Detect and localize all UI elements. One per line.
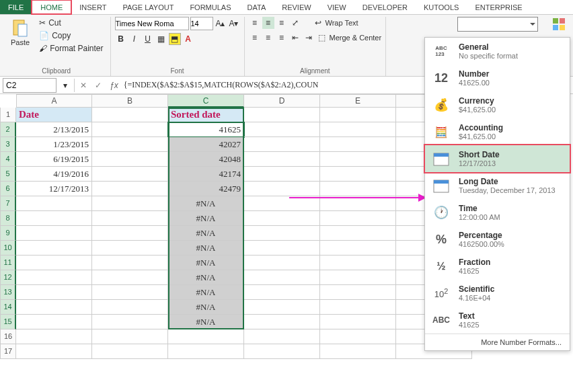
decrease-font-icon[interactable]: A▾ [228,17,240,30]
cell-A1[interactable]: Date [16,108,92,122]
cell-C13[interactable]: #N/A [168,285,244,300]
format-option-time[interactable]: 🕐Time12:00:00 AM [425,199,570,226]
cell-E11[interactable] [320,256,396,270]
format-option-percentage[interactable]: %Percentage4162500.00% [425,226,570,253]
cell-B10[interactable] [92,241,168,256]
row-header[interactable]: 12 [0,270,16,285]
row-header[interactable]: 1 [0,108,16,122]
align-top-icon[interactable]: ≡ [249,17,261,29]
format-option-short-date[interactable]: Short Date12/17/2013 [424,144,571,173]
col-header-A[interactable]: A [16,94,92,108]
tab-developer[interactable]: DEVELOPER [354,0,416,14]
format-option-accounting[interactable]: 🧮Accounting$41,625.00 [425,118,570,145]
row-header[interactable]: 17 [0,344,16,359]
cell-D10[interactable] [244,241,320,256]
row-header[interactable]: 6 [0,182,16,196]
cell-D8[interactable] [244,211,320,226]
cell-E2[interactable] [320,122,396,137]
format-option-general[interactable]: ABC123GeneralNo specific format [425,38,570,65]
col-header-B[interactable]: B [92,94,168,108]
border-button[interactable]: ▦ [155,33,167,45]
cell-C14[interactable]: #N/A [168,300,244,315]
font-family-select[interactable] [115,17,189,30]
cell-E10[interactable] [320,241,396,256]
name-box-dropdown-icon[interactable]: ▾ [59,79,71,91]
cell-E17[interactable] [320,344,396,359]
underline-button[interactable]: U [142,33,154,45]
cell-A2[interactable]: 2/13/2015 [16,122,92,137]
tab-review[interactable]: REVIEW [274,0,319,14]
cell-A14[interactable] [16,300,92,315]
cell-B14[interactable] [92,300,168,315]
orientation-icon[interactable]: ⤢ [289,17,301,29]
cell-C2[interactable]: 41625 [168,122,244,137]
row-header[interactable]: 4 [0,152,16,167]
cell-E4[interactable] [320,152,396,167]
col-header-C[interactable]: C [168,94,244,108]
cell-D7[interactable] [244,196,320,211]
row-header[interactable]: 3 [0,137,16,152]
cell-C8[interactable]: #N/A [168,211,244,226]
cell-A4[interactable]: 6/19/2015 [16,152,92,167]
format-option-text[interactable]: ABCText41625 [425,307,570,334]
cell-D15[interactable] [244,315,320,329]
cell-B3[interactable] [92,137,168,152]
cell-E8[interactable] [320,211,396,226]
align-center-icon[interactable]: ≡ [262,32,274,44]
row-header[interactable]: 8 [0,211,16,226]
align-bottom-icon[interactable]: ≡ [276,17,288,29]
cell-B7[interactable] [92,196,168,211]
fx-icon[interactable]: ƒx [107,81,121,90]
cell-A7[interactable] [16,196,92,211]
row-header[interactable]: 10 [0,241,16,256]
format-option-scientific[interactable]: 102Scientific4.16E+04 [425,280,570,307]
cell-B6[interactable] [92,182,168,196]
cell-E5[interactable] [320,167,396,182]
bold-button[interactable]: B [115,33,127,45]
cell-D9[interactable] [244,226,320,241]
align-middle-icon[interactable]: ≡ [262,17,274,29]
cell-D6[interactable] [244,182,320,196]
tab-enterprise[interactable]: ENTERPRISE [467,0,530,14]
format-option-fraction[interactable]: ½Fraction41625 [425,253,570,280]
row-header[interactable]: 2 [0,122,16,137]
wrap-text-button[interactable]: Wrap Text [326,19,358,27]
cell-C7[interactable]: #N/A [168,196,244,211]
cell-D14[interactable] [244,300,320,315]
italic-button[interactable]: I [128,33,141,45]
cell-E3[interactable] [320,137,396,152]
tab-home[interactable]: HOME [31,0,72,15]
cell-E14[interactable] [320,300,396,315]
row-header[interactable]: 15 [0,315,16,329]
cell-B1[interactable] [92,108,168,122]
row-header[interactable]: 14 [0,300,16,315]
cell-B12[interactable] [92,270,168,285]
cell-C16[interactable] [168,329,244,344]
cell-C4[interactable]: 42048 [168,152,244,167]
cell-A3[interactable]: 1/23/2015 [16,137,92,152]
cell-D1[interactable] [244,108,320,122]
cancel-icon[interactable]: ✕ [77,79,89,91]
tab-data[interactable]: DATA [239,0,274,14]
cell-B15[interactable] [92,315,168,329]
format-painter-button[interactable]: 🖌Format Painter [36,42,106,54]
cell-A9[interactable] [16,226,92,241]
cell-A13[interactable] [16,285,92,300]
cell-D13[interactable] [244,285,320,300]
number-format-combo[interactable] [457,17,538,32]
cell-C9[interactable]: #N/A [168,226,244,241]
merge-center-button[interactable]: Merge & Center [330,34,382,42]
cell-E15[interactable] [320,315,396,329]
cell-D3[interactable] [244,137,320,152]
cell-C1[interactable]: Sorted date [168,108,244,122]
indent-inc-icon[interactable]: ⇥ [303,32,315,44]
copy-button[interactable]: 📄Copy [36,30,106,42]
name-box[interactable] [3,78,56,93]
cell-C17[interactable] [168,344,244,359]
cell-D12[interactable] [244,270,320,285]
row-header[interactable]: 13 [0,285,16,300]
cell-E9[interactable] [320,226,396,241]
cell-D4[interactable] [244,152,320,167]
cell-C6[interactable]: 42479 [168,182,244,196]
format-option-currency[interactable]: 💰Currency$41,625.00 [425,91,570,118]
